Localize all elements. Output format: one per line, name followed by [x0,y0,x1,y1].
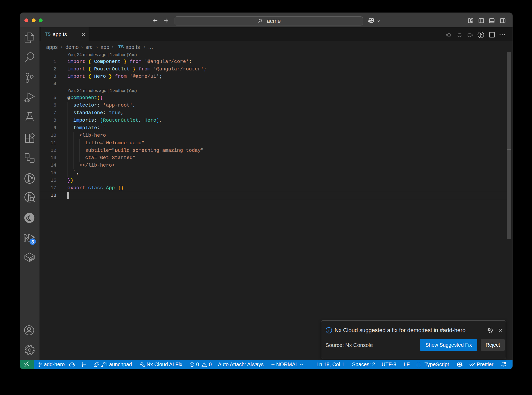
svg-text:3: 3 [31,239,34,245]
